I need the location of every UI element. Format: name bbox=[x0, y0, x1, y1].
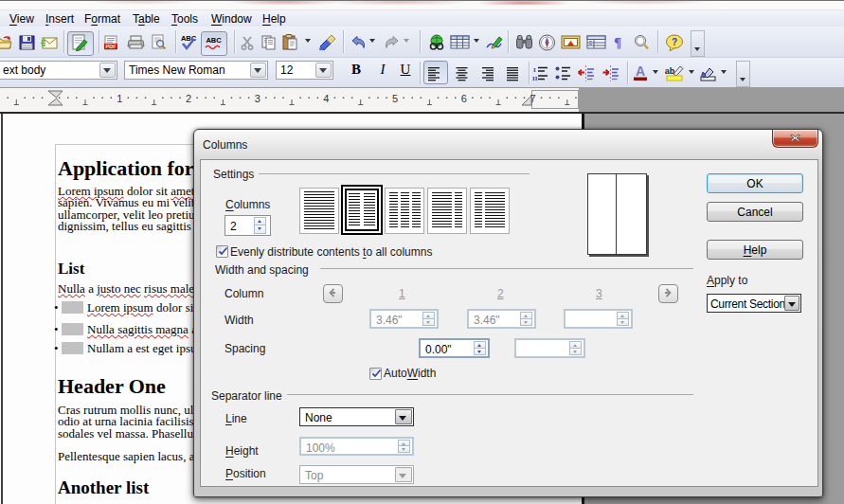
svg-text:5: 5 bbox=[392, 93, 398, 104]
svg-text:ABC: ABC bbox=[181, 34, 197, 43]
svg-text:I: I bbox=[533, 66, 536, 74]
svg-text:PDF: PDF bbox=[106, 44, 117, 49]
svg-text:6: 6 bbox=[461, 93, 467, 104]
svg-text:3: 3 bbox=[255, 93, 260, 104]
svg-text:ABC: ABC bbox=[206, 36, 222, 45]
svg-text:2: 2 bbox=[186, 93, 191, 104]
svg-text:A: A bbox=[636, 64, 645, 79]
svg-text:II: II bbox=[532, 75, 538, 82]
svg-text:4: 4 bbox=[323, 93, 329, 104]
svg-text:1: 1 bbox=[117, 93, 122, 104]
svg-text:¶: ¶ bbox=[614, 35, 621, 50]
svg-text:?: ? bbox=[672, 37, 677, 47]
